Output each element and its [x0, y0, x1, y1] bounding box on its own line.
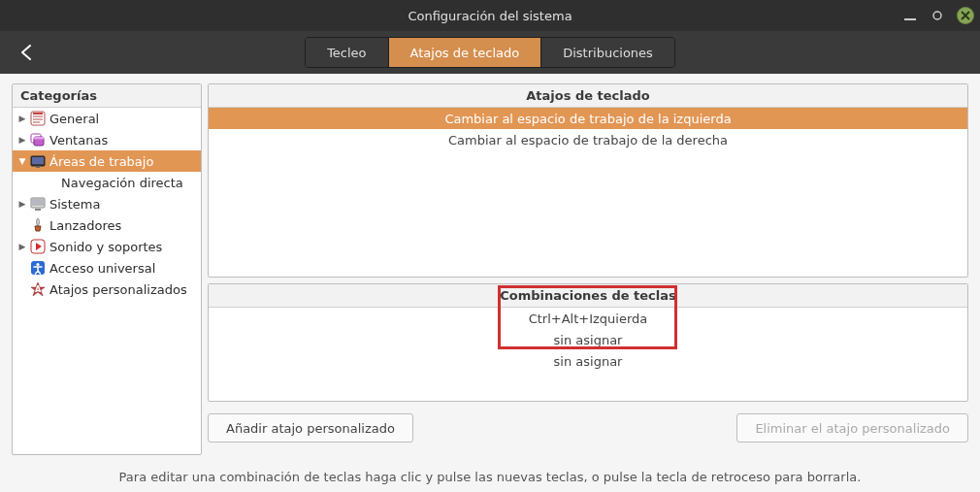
- access-icon: [30, 260, 46, 276]
- svg-rect-6: [34, 137, 44, 140]
- tree-item-ventanas[interactable]: ▶ Ventanas: [13, 129, 201, 150]
- window: Configuración del sistema Tecleo Atajos …: [0, 0, 980, 492]
- svg-rect-11: [32, 199, 44, 206]
- svg-point-15: [36, 263, 39, 266]
- tab-bar: Tecleo Atajos de teclado Distribuciones: [305, 37, 675, 68]
- close-button[interactable]: [957, 7, 974, 24]
- tree-item-general[interactable]: ▶ General: [13, 108, 201, 129]
- remove-shortcut-button: Eliminar el atajo personalizado: [736, 413, 968, 443]
- tree-label: Sonido y soportes: [49, 240, 162, 254]
- expander-icon[interactable]: ▶: [16, 114, 28, 123]
- tree-label: Lanzadores: [49, 218, 121, 233]
- tree-item-atajos-pers[interactable]: A Atajos personalizados: [13, 279, 201, 300]
- tree-label: Ventanas: [49, 133, 108, 148]
- window-title: Configuración del sistema: [0, 9, 980, 23]
- footer-hint: Para editar una combinación de teclas ha…: [0, 461, 980, 492]
- tab-atajos[interactable]: Atajos de teclado: [389, 38, 542, 67]
- svg-rect-0: [904, 18, 916, 20]
- prefs-icon: [30, 111, 46, 126]
- minimize-button[interactable]: [902, 8, 918, 23]
- expander-icon[interactable]: ▶: [16, 242, 28, 251]
- svg-rect-12: [35, 209, 41, 211]
- windows-icon: [30, 132, 46, 148]
- toolbar: Tecleo Atajos de teclado Distribuciones: [0, 31, 980, 74]
- back-button[interactable]: [14, 39, 41, 66]
- svg-rect-3: [33, 113, 43, 115]
- shortcuts-pane: Atajos de teclado Cambiar al espacio de …: [208, 83, 968, 278]
- titlebar: Configuración del sistema: [0, 0, 980, 31]
- tree-item-navegacion[interactable]: Navegación directa: [13, 172, 201, 193]
- shortcut-row[interactable]: Cambiar al espacio de trabajo de la izqu…: [209, 108, 967, 129]
- expander-icon[interactable]: ▼: [16, 156, 28, 166]
- binding-row[interactable]: sin asignar: [209, 329, 967, 350]
- launchers-icon: [30, 217, 46, 233]
- tree-item-sistema[interactable]: ▶ Sistema: [13, 193, 201, 214]
- svg-rect-9: [36, 166, 40, 168]
- binding-row[interactable]: sin asignar: [209, 350, 967, 372]
- tree-item-areas[interactable]: ▼ Áreas de trabajo: [13, 150, 201, 172]
- system-icon: [30, 196, 46, 212]
- categories-header: Categorías: [13, 84, 201, 108]
- expander-icon[interactable]: ▶: [16, 199, 28, 209]
- bindings-pane: Combinaciones de teclas Ctrl+Alt+Izquier…: [208, 283, 968, 402]
- maximize-button[interactable]: [930, 8, 945, 23]
- add-shortcut-button[interactable]: Añadir atajo personalizado: [208, 413, 413, 443]
- tree-item-lanzadores[interactable]: Lanzadores: [13, 214, 201, 236]
- workspaces-icon: [30, 153, 46, 169]
- bindings-header: Combinaciones de teclas: [209, 284, 967, 308]
- svg-rect-8: [32, 157, 44, 164]
- tree-item-sonido[interactable]: ▶ Sonido y soportes: [13, 236, 201, 257]
- shortcuts-header: Atajos de teclado: [209, 84, 967, 108]
- tree-label: Áreas de trabajo: [49, 154, 153, 169]
- svg-point-1: [933, 12, 941, 19]
- tab-distribuciones[interactable]: Distribuciones: [541, 38, 674, 67]
- shortcut-row[interactable]: Cambiar al espacio de trabajo de la dere…: [209, 129, 967, 150]
- svg-text:A: A: [35, 285, 42, 294]
- tab-tecleo[interactable]: Tecleo: [306, 38, 388, 67]
- tree-label: Acceso universal: [49, 261, 155, 276]
- tree-label: General: [49, 112, 99, 126]
- tree-label: Atajos personalizados: [49, 282, 187, 297]
- expander-icon[interactable]: ▶: [16, 135, 28, 145]
- media-icon: [30, 239, 46, 254]
- custom-icon: A: [30, 281, 46, 297]
- tree-label: Sistema: [49, 197, 100, 212]
- binding-row[interactable]: Ctrl+Alt+Izquierda: [209, 308, 967, 329]
- categories-tree: ▶ General ▶ Ventanas ▼: [13, 108, 201, 454]
- tree-label: Navegación directa: [61, 176, 183, 190]
- categories-pane: Categorías ▶ General ▶ Ventanas: [12, 83, 202, 455]
- tree-item-acceso[interactable]: Acceso universal: [13, 257, 201, 279]
